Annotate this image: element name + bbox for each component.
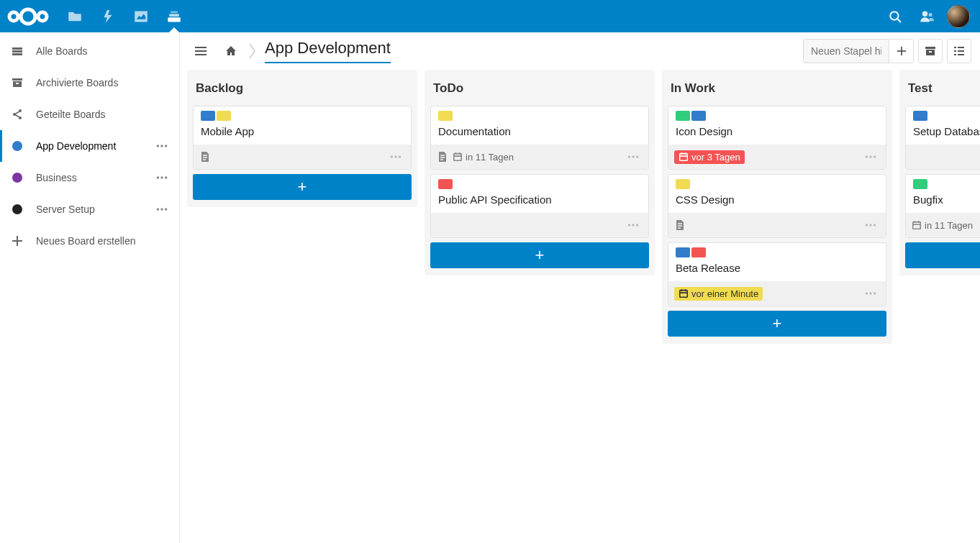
sidebar: Alle BoardsArchivierte BoardsGeteilte Bo… [0, 32, 180, 543]
add-card-button[interactable]: + [905, 242, 980, 268]
svg-point-67 [866, 292, 868, 294]
calendar-icon [912, 220, 922, 230]
svg-point-25 [165, 208, 167, 210]
archived-cards-button[interactable] [918, 39, 943, 63]
card[interactable]: Setup Database [905, 106, 980, 170]
sidebar-item-archived[interactable]: Archivierte Boards [0, 67, 179, 99]
stack: BacklogMobile App+ [187, 70, 417, 207]
board-details-button[interactable] [947, 39, 971, 63]
card-menu-icon[interactable] [861, 287, 880, 300]
sidebar-item-actions[interactable] [153, 169, 171, 186]
stack-title[interactable]: Test [905, 76, 980, 106]
card[interactable]: Mobile App [193, 106, 412, 170]
card-menu-icon[interactable] [861, 219, 880, 232]
card-tags [431, 106, 648, 121]
svg-point-23 [157, 208, 159, 210]
card-title: Bugfix [906, 189, 980, 213]
stack: TestSetup DatabaseBugfixin 11 Tagen+ [899, 70, 980, 275]
sidebar-item-business[interactable]: Business [0, 162, 179, 193]
card-menu-icon[interactable] [861, 150, 880, 163]
stack-title[interactable]: In Work [668, 76, 886, 106]
calendar-icon [679, 288, 689, 298]
breadcrumb-separator-icon [249, 43, 256, 59]
svg-rect-12 [12, 53, 22, 55]
board-color-dot [9, 204, 26, 214]
nav-deck[interactable] [158, 0, 190, 32]
app-logo[interactable] [6, 5, 50, 28]
stack-title[interactable]: Backlog [193, 76, 412, 106]
due-date: in 11 Tagen [453, 152, 514, 163]
tag-green [676, 111, 690, 121]
tag-yellow [217, 111, 231, 121]
tag-red [438, 179, 453, 189]
svg-rect-53 [680, 154, 688, 161]
new-stack-input[interactable] [804, 45, 889, 57]
sidebar-item-actions[interactable] [153, 137, 171, 155]
card-menu-icon[interactable] [386, 150, 405, 163]
toggle-sidebar-icon[interactable] [189, 39, 213, 63]
sidebar-item-appdev[interactable]: App Development [0, 130, 179, 162]
svg-rect-36 [954, 50, 956, 52]
card-title: Mobile App [194, 121, 411, 145]
archive-icon [9, 77, 26, 88]
svg-point-61 [869, 224, 871, 226]
svg-point-58 [869, 155, 871, 158]
nav-activity[interactable] [92, 0, 124, 32]
share-icon [9, 109, 26, 120]
stack: In WorkIcon Designvor 3 TagenCSS DesignB… [662, 70, 892, 344]
search-icon[interactable] [881, 0, 909, 32]
svg-point-19 [165, 145, 167, 147]
home-icon[interactable] [219, 39, 243, 63]
sidebar-item-new[interactable]: Neues Board erstellen [0, 225, 179, 257]
sidebar-item-actions[interactable] [153, 201, 171, 218]
card-menu-icon[interactable] [624, 150, 643, 163]
svg-point-69 [874, 292, 876, 294]
sidebar-item-shared[interactable]: Geteilte Boards [0, 99, 179, 130]
svg-rect-37 [958, 50, 964, 52]
board-columns[interactable]: BacklogMobile App+ToDoDocumentationin 11… [180, 70, 980, 543]
card[interactable]: Public API Specification [430, 174, 649, 238]
contacts-icon[interactable] [912, 0, 941, 32]
topbar-right [881, 0, 974, 32]
svg-rect-33 [925, 47, 935, 49]
svg-point-52 [636, 224, 638, 226]
add-card-button[interactable]: + [668, 311, 886, 337]
card[interactable]: Bugfixin 11 Tagen [905, 174, 980, 238]
card-menu-icon[interactable] [624, 219, 643, 232]
card[interactable]: Documentationin 11 Tagen [430, 106, 649, 170]
card[interactable]: Icon Designvor 3 Tagen [668, 106, 886, 170]
card[interactable]: Beta Releasevor einer Minute [668, 242, 886, 306]
tag-green [913, 179, 927, 189]
description-icon [199, 151, 211, 163]
card-title: Setup Database [906, 121, 980, 145]
user-avatar[interactable] [947, 5, 970, 28]
card-footer [431, 213, 648, 237]
new-stack-add-button[interactable] [889, 39, 913, 63]
svg-rect-4 [169, 14, 179, 17]
card[interactable]: CSS Design [668, 174, 886, 238]
sidebar-item-label: Archivierte Boards [36, 77, 171, 88]
svg-point-40 [391, 155, 393, 158]
board-content: App Development BacklogMobile App+ToDoDo… [180, 32, 980, 543]
description-icon [674, 219, 686, 231]
svg-rect-43 [454, 154, 462, 161]
stack-title[interactable]: ToDo [430, 76, 649, 106]
svg-point-21 [160, 176, 163, 178]
svg-rect-27 [12, 240, 22, 242]
card-tags [668, 175, 886, 189]
nav-files[interactable] [59, 0, 91, 32]
sidebar-item-server[interactable]: Server Setup [0, 193, 179, 225]
tag-red [691, 247, 706, 257]
app-nav [59, 0, 190, 32]
card-footer: in 11 Tagen [431, 145, 648, 169]
add-card-button[interactable]: + [193, 174, 412, 200]
due-date: vor einer Minute [674, 287, 763, 301]
svg-rect-29 [195, 50, 207, 52]
svg-point-1 [9, 12, 18, 21]
card-footer [668, 213, 886, 237]
sidebar-item-all[interactable]: Alle Boards [0, 35, 179, 67]
card-footer: vor einer Minute [668, 281, 886, 306]
add-card-button[interactable]: + [430, 242, 649, 268]
nav-gallery[interactable] [125, 0, 157, 32]
board-title[interactable]: App Development [265, 39, 391, 63]
